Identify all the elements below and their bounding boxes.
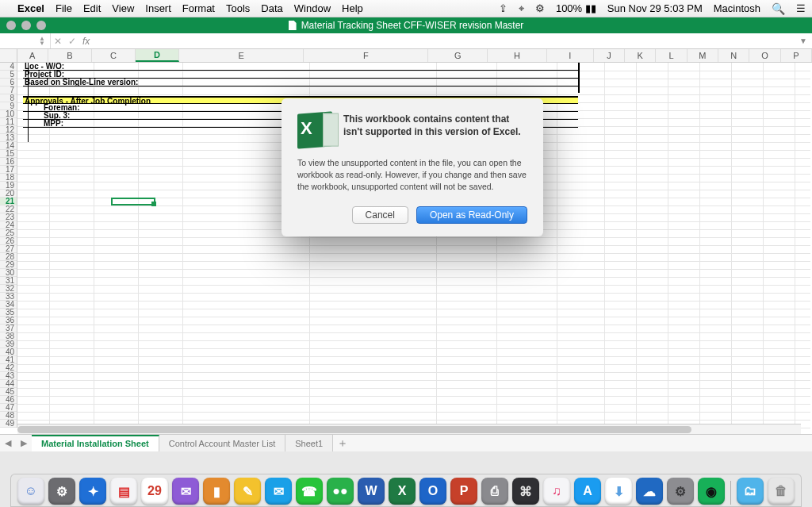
dock-app[interactable]: O [419,478,446,505]
expand-formula-bar[interactable]: ▼ [799,36,812,45]
dock-app[interactable]: 🗂 [737,478,764,505]
dock-app[interactable]: X [389,478,416,505]
formula-bar: ▲▼ ✕ ✓ fx ▼ [0,33,812,49]
dock-app[interactable]: ⚙ [48,478,75,505]
airplay-icon[interactable]: ⇪ [499,2,508,14]
dock-app[interactable]: ▮ [203,478,230,505]
spotlight-icon[interactable]: 🔍 [772,2,785,15]
horizontal-scrollbar[interactable] [17,424,801,434]
select-all-corner[interactable] [0,49,17,62]
col-header-B[interactable]: B [48,49,92,62]
fx-label[interactable]: fx [79,36,93,47]
clock[interactable]: Sun Nov 29 5:03 PM [607,2,703,14]
macos-menubar: Excel File Edit View Insert Format Tools… [0,0,812,17]
wifi-icon[interactable]: ⚙ [535,2,545,14]
col-header-A[interactable]: A [17,49,48,62]
col-header-E[interactable]: E [179,49,304,62]
menu-insert[interactable]: Insert [145,2,171,14]
dock-app[interactable]: ●● [327,478,354,505]
col-header-P[interactable]: P [781,49,812,62]
dock-app[interactable]: ✎ [234,478,261,505]
dock-app[interactable]: ♫ [543,478,570,505]
dock-app[interactable]: ⚙ [667,478,694,505]
col-header-N[interactable]: N [718,49,749,62]
dock-app[interactable]: A [574,478,601,505]
dock-app[interactable]: ⎙ [481,478,508,505]
col-header-J[interactable]: J [594,49,625,62]
menu-help[interactable]: Help [342,2,363,14]
content-row: Based on Single-Line version: [23,79,578,86]
scrollbar-thumb[interactable] [17,426,691,433]
col-header-G[interactable]: G [428,49,488,62]
menu-data[interactable]: Data [261,2,282,14]
excel-app-icon [297,111,332,148]
name-box[interactable]: ▲▼ [0,33,51,48]
col-header-D[interactable]: D [136,49,179,62]
dock-app[interactable]: ☁ [636,478,663,505]
cancel-formula-icon[interactable]: ✕ [51,36,65,47]
col-header-K[interactable]: K [625,49,656,62]
col-header-L[interactable]: L [656,49,687,62]
sheet-tab[interactable]: Control Account Master List [159,435,286,451]
bluetooth-icon[interactable]: ⌖ [519,2,524,15]
dock-app[interactable]: ✦ [79,478,106,505]
battery-status[interactable]: 100% ▮▮ [556,2,596,14]
sheet-tab[interactable]: Sheet1 [285,435,333,451]
dock-app[interactable]: ✉ [265,478,292,505]
dock-app[interactable]: 29 [141,478,168,505]
window-title: Material Tracking Sheet CFF-WISER revisi… [301,20,524,31]
unsupported-content-dialog: This workbook contains content that isn'… [282,98,543,236]
accept-formula-icon[interactable]: ✓ [65,36,79,47]
menu-edit[interactable]: Edit [83,2,101,14]
column-headers[interactable]: ABCDEFGHIJKLMNOP [0,49,812,63]
cancel-button[interactable]: Cancel [352,206,408,224]
dock-app[interactable]: ☎ [296,478,323,505]
content-row: Loc - W/O: [23,63,578,71]
sheet-tab[interactable]: Material Installation Sheet [32,435,159,451]
document-icon [289,21,297,30]
dialog-body: To view the unsupported content in the f… [297,157,527,194]
row-headers[interactable]: 4567891011121314151617181920212223242526… [0,63,17,428]
col-header-C[interactable]: C [92,49,136,62]
window-titlebar: Material Tracking Sheet CFF-WISER revisi… [0,17,812,33]
row-header-49[interactable]: 49 [0,420,17,428]
tab-next[interactable]: ▶ [16,438,32,448]
dock-app[interactable]: ⌘ [512,478,539,505]
dock-app[interactable]: ◉ [698,478,725,505]
add-sheet-button[interactable]: ＋ [333,436,352,451]
dock-app[interactable]: 🗑 [768,478,795,505]
col-header-H[interactable]: H [488,49,547,62]
col-header-F[interactable]: F [304,49,428,62]
notification-center-icon[interactable]: ☰ [796,2,806,14]
dock-app[interactable]: W [358,478,385,505]
menu-file[interactable]: File [56,2,72,14]
menu-view[interactable]: View [112,2,134,14]
dock-app[interactable]: P [450,478,477,505]
col-header-I[interactable]: I [547,49,594,62]
dialog-title: This workbook contains content that isn'… [343,113,527,148]
sheet-tab-strip: ◀ ▶ Material Installation SheetControl A… [0,434,812,451]
user-menu[interactable]: Macintosh [714,2,760,14]
app-menu[interactable]: Excel [17,2,44,14]
dock-app[interactable]: ☺ [17,478,44,505]
col-header-M[interactable]: M [688,49,718,62]
menu-tools[interactable]: Tools [226,2,250,14]
dock-app[interactable]: ✉ [172,478,199,505]
open-read-only-button[interactable]: Open as Read-Only [416,206,527,224]
tab-prev[interactable]: ◀ [0,438,16,448]
dock-app[interactable]: ⬇ [605,478,632,505]
dock: ☺⚙✦▤29✉▮✎✉☎●●WXOP⎙⌘♫A⬇☁⚙◉🗂🗑 [0,474,812,507]
menu-window[interactable]: Window [294,2,331,14]
dock-app[interactable]: ▤ [110,478,137,505]
selected-cell[interactable] [111,198,155,205]
menu-format[interactable]: Format [182,2,215,14]
col-header-O[interactable]: O [749,49,780,62]
